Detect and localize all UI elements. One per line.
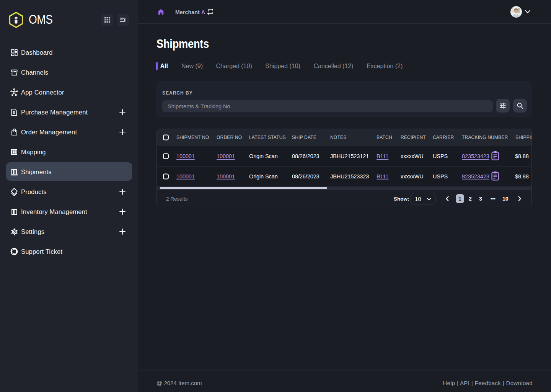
svg-text:$: $ [13,110,15,114]
